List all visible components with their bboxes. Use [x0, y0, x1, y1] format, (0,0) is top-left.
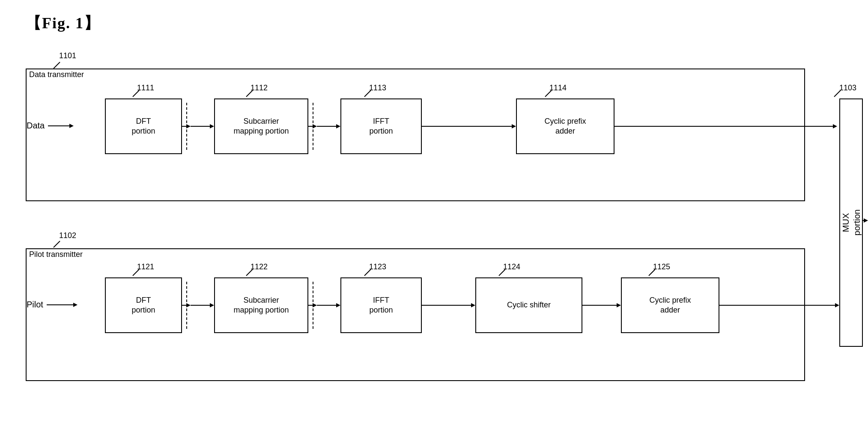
arrow-dft1121-to-dash [182, 302, 191, 309]
ref-1123-tick [363, 268, 374, 279]
mux-portion-label: MUX portion [840, 209, 862, 235]
svg-line-0 [54, 62, 60, 69]
ifft-portion-1123-block: IFFT portion [340, 277, 422, 333]
svg-line-3 [133, 90, 139, 97]
ref-1125-tick [647, 268, 658, 279]
pilot-input-label: Pilot [27, 300, 43, 310]
cyclic-prefix-adder-1114-block: Cyclic prefix adder [516, 98, 614, 154]
pilot-input-area: Pilot [27, 300, 78, 310]
data-input-area: Data [27, 121, 74, 131]
cyclic-prefix-adder-1125-block: Cyclic prefix adder [621, 277, 719, 333]
svg-marker-7 [210, 124, 214, 128]
mux-portion-box: MUX portion [839, 98, 863, 347]
dft-portion-1121-label: DFT portion [131, 295, 155, 316]
svg-line-19 [54, 241, 60, 247]
arrow-dash1121-to-subcarrier [191, 302, 214, 309]
svg-marker-44 [864, 218, 868, 223]
svg-marker-31 [336, 303, 340, 307]
arrow-dash1122-to-ifft [317, 302, 340, 309]
svg-marker-24 [186, 303, 191, 307]
ref-1121-tick [131, 268, 142, 279]
arrow-cp1125-to-mux [719, 302, 839, 309]
ref-1122-tick [245, 268, 256, 279]
arrow-ifft-to-cp-data [422, 123, 516, 130]
arrow-cycshift-to-cp1125 [582, 302, 621, 309]
arrow-dft-to-sub [182, 123, 191, 130]
arrow-ifft1123-to-cycshift [422, 302, 475, 309]
svg-marker-21 [73, 303, 78, 307]
ifft-portion-1123-label: IFFT portion [369, 295, 393, 316]
arrow-dash-to-subcarrier [191, 123, 214, 130]
subcarrier-mapping-1122-label: Subcarrier mapping portion [233, 295, 289, 316]
ref-1112-tick [245, 89, 256, 100]
svg-marker-37 [617, 303, 621, 307]
ref-1103-tick [833, 89, 844, 100]
cyclic-prefix-adder-1114-label: Cyclic prefix adder [544, 116, 586, 137]
data-input-arrow [48, 122, 74, 129]
subcarrier-mapping-block: Subcarrier mapping portion [214, 98, 308, 154]
svg-marker-5 [186, 124, 191, 128]
svg-line-41 [834, 90, 841, 97]
ref-1101: 1101 [59, 51, 76, 60]
arrow-dash-to-ifft [317, 123, 340, 130]
ref-1102-tick [51, 239, 64, 252]
ref-1113-tick [363, 89, 374, 100]
ref-1114-tick [544, 89, 555, 100]
ref-1124-tick [498, 268, 508, 279]
arrow-sub-to-dash [308, 123, 317, 130]
svg-marker-18 [833, 124, 837, 128]
dft-portion-label: DFT portion [131, 116, 155, 137]
svg-marker-26 [210, 303, 214, 307]
cyclic-prefix-adder-1125-label: Cyclic prefix adder [649, 295, 691, 316]
arrow-sub1122-to-dash [308, 302, 317, 309]
svg-line-22 [133, 269, 139, 276]
cyclic-shifter-block: Cyclic shifter [475, 277, 582, 333]
dft-portion-1121-block: DFT portion [105, 277, 182, 333]
figure-title: 【Fig. 1】 [26, 13, 100, 34]
subcarrier-mapping-1122-block: Subcarrier mapping portion [214, 277, 308, 333]
subcarrier-mapping-label: Subcarrier mapping portion [233, 116, 289, 137]
svg-marker-12 [336, 124, 340, 128]
svg-marker-40 [835, 303, 839, 307]
dft-portion-block: DFT portion [105, 98, 182, 154]
ifft-portion-label: IFFT portion [369, 116, 393, 137]
svg-marker-34 [471, 303, 475, 307]
svg-marker-29 [313, 303, 317, 307]
svg-line-8 [246, 90, 253, 97]
ifft-portion-block: IFFT portion [340, 98, 422, 154]
svg-line-13 [364, 90, 371, 97]
mux-right-arrow [863, 217, 868, 223]
svg-line-16 [545, 90, 552, 97]
pilot-input-arrow [47, 301, 78, 308]
svg-line-35 [499, 269, 505, 276]
svg-marker-15 [512, 124, 516, 128]
svg-marker-10 [313, 124, 317, 128]
cyclic-shifter-label: Cyclic shifter [507, 300, 551, 310]
page: 【Fig. 1】 Data transmitter 1101 Data DFT … [0, 0, 868, 426]
svg-line-38 [649, 269, 655, 276]
ref-1101-tick [51, 60, 64, 73]
data-input-label: Data [27, 121, 45, 131]
arrow-cp1114-to-mux [614, 123, 837, 130]
svg-line-32 [364, 269, 371, 276]
svg-marker-2 [69, 124, 74, 128]
svg-line-27 [246, 269, 253, 276]
ref-1111-tick [131, 89, 142, 100]
